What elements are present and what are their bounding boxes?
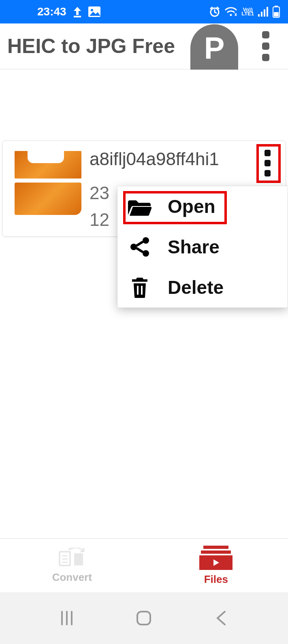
tab-files[interactable]: Files [144,539,288,592]
files-icon [199,546,233,570]
menu-item-delete[interactable]: Delete [117,267,288,308]
convert-icon [58,548,86,568]
file-thumbnail [15,151,81,228]
alarm-icon [209,6,220,17]
status-time: 23:43 [37,5,66,18]
file-more-button[interactable] [256,145,278,181]
picture-icon [88,6,100,17]
recent-apps-button[interactable] [55,606,79,630]
signal-icon [258,7,269,17]
trash-icon [128,277,151,298]
menu-item-open[interactable]: Open [117,186,288,227]
menu-item-share[interactable]: Share [117,227,288,267]
bottom-tabs: Convert Files [0,538,288,592]
svg-point-3 [230,14,232,16]
svg-rect-6 [264,9,265,17]
svg-rect-15 [137,612,150,625]
svg-rect-10 [274,12,279,17]
svg-rect-7 [267,7,268,17]
context-menu: Open Share Delete [117,186,288,308]
tab-convert-label: Convert [52,571,92,584]
app-title: HEIC to JPG Free [7,34,175,58]
premium-badge[interactable]: P [190,24,238,70]
back-button[interactable] [209,606,233,630]
battery-icon [273,6,280,18]
folder-open-icon [128,197,151,216]
menu-item-open-label: Open [168,196,215,217]
menu-item-share-label: Share [168,236,220,258]
tab-files-label: Files [204,573,228,586]
svg-rect-4 [258,14,260,17]
network-type-icon: Vo)) LTE1 [241,8,254,16]
system-nav-bar [0,592,288,644]
svg-point-1 [91,9,93,11]
share-icon [128,237,151,257]
status-bar: 23:43 Vo)) LTE1 [0,0,288,23]
file-name: a8iflj04a98ff4hi1 [90,149,280,169]
home-button[interactable] [132,606,156,630]
upload-icon [73,6,82,17]
menu-item-delete-label: Delete [168,276,224,298]
header-more-button[interactable] [259,28,273,64]
premium-badge-label: P [204,33,225,64]
wifi-icon [224,6,237,17]
svg-rect-5 [261,12,262,17]
app-header: HEIC to JPG Free P [0,23,288,70]
tab-convert[interactable]: Convert [0,539,144,592]
